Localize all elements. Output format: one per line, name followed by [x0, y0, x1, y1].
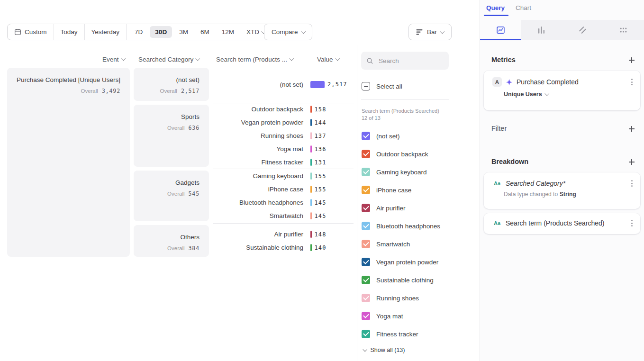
category-cell[interactable]: SportsOverall636 — [134, 105, 209, 167]
category-cell[interactable]: (not set)Overall2,517 — [134, 68, 209, 101]
compare-label: Compare — [272, 28, 298, 36]
breakdown-card[interactable]: Aa Search term (Products Searched) — [484, 213, 640, 234]
value-bar — [310, 159, 312, 166]
column-header-search-term[interactable]: Search term (Products ... — [216, 55, 293, 63]
legend-item[interactable]: iPhone case — [362, 181, 456, 199]
category-name: Others — [134, 233, 200, 242]
search-icon — [366, 57, 373, 64]
column-header-value[interactable]: Value — [317, 55, 339, 63]
term-label: Sustainable clothing — [213, 244, 303, 251]
term-row[interactable]: (not set)2,517 — [213, 78, 354, 91]
range-30d-button[interactable]: 30D — [150, 26, 172, 38]
legend-item[interactable]: Yoga mat — [362, 307, 456, 325]
legend-checkbox[interactable] — [362, 132, 370, 140]
legend-checkbox[interactable] — [362, 240, 370, 248]
term-row[interactable]: Running shoes137 — [213, 129, 354, 143]
term-value: 145 — [315, 199, 327, 206]
term-value: 148 — [315, 231, 327, 238]
tab-funnels[interactable] — [521, 20, 562, 40]
value-bar — [310, 199, 312, 206]
value-bar — [310, 119, 312, 126]
column-header-category[interactable]: Searched Category — [138, 55, 200, 63]
legend-item[interactable]: Bluetooth headphones — [362, 217, 456, 235]
kebab-menu-icon[interactable] — [629, 179, 635, 188]
legend-item[interactable]: Air purifier — [362, 199, 456, 217]
search-input[interactable] — [378, 57, 441, 65]
add-filter-button[interactable] — [628, 125, 635, 133]
term-row[interactable]: Smartwatch145 — [213, 209, 354, 223]
custom-date-button[interactable]: Custom — [8, 24, 54, 40]
show-all-button[interactable]: Show all (13) — [363, 347, 405, 353]
event-cell[interactable]: Purchase Completed [Unique Users] Overal… — [7, 68, 130, 257]
today-button[interactable]: Today — [54, 24, 84, 40]
column-header-event[interactable]: Event — [7, 55, 125, 63]
term-row[interactable]: iPhone case155 — [213, 183, 354, 196]
range-label: XTD — [246, 28, 259, 36]
range-12m-button[interactable]: 12M — [217, 26, 239, 38]
term-row[interactable]: Yoga mat136 — [213, 143, 354, 156]
legend-item[interactable]: Gaming keyboard — [362, 163, 456, 181]
metric-badge: A — [492, 77, 502, 87]
term-label: Bluetooth headphones — [213, 199, 303, 206]
string-type-icon: Aa — [492, 180, 502, 186]
yesterday-button[interactable]: Yesterday — [85, 24, 127, 40]
term-value: 144 — [315, 119, 327, 126]
tab-query[interactable]: Query — [486, 4, 505, 11]
measure-dropdown[interactable]: Unique Users — [504, 91, 548, 98]
calendar-icon — [14, 28, 21, 36]
kebab-menu-icon[interactable] — [629, 78, 635, 86]
range-7d-button[interactable]: 7D — [129, 26, 148, 38]
legend-checkbox[interactable] — [362, 222, 370, 230]
legend-item[interactable]: (not set) — [362, 127, 456, 145]
category-overall: Overall636 — [134, 123, 200, 132]
tab-chart[interactable]: Chart — [516, 4, 531, 11]
term-label: Vegan protein powder — [213, 119, 303, 126]
term-row[interactable]: Vegan protein powder144 — [213, 116, 354, 129]
legend-checkbox[interactable] — [362, 312, 370, 320]
legend-item[interactable]: Vegan protein powder — [362, 253, 456, 271]
legend-checkbox[interactable] — [362, 168, 370, 176]
term-row[interactable]: Bluetooth headphones145 — [213, 196, 354, 209]
kebab-menu-icon[interactable] — [629, 219, 635, 227]
add-breakdown-button[interactable] — [628, 158, 635, 166]
breakdown-card[interactable]: Aa Searched Category* Data type changed … — [484, 172, 640, 209]
chart-type-button[interactable]: Bar — [408, 24, 452, 40]
compare-button[interactable]: Compare — [264, 24, 312, 40]
legend-checkbox[interactable] — [362, 150, 370, 158]
term-row[interactable]: Gaming keyboard155 — [213, 170, 354, 183]
legend-checkbox[interactable] — [362, 294, 370, 302]
range-3m-button[interactable]: 3M — [174, 26, 193, 38]
value-bar — [310, 81, 325, 88]
breakdown-label: Search term (Products Searched) — [506, 219, 626, 227]
term-row[interactable]: Outdoor backpack158 — [213, 103, 354, 116]
category-overall: Overall384 — [134, 244, 200, 252]
add-metric-button[interactable] — [628, 56, 635, 64]
tab-flows[interactable] — [603, 20, 644, 40]
tab-retention[interactable] — [562, 20, 603, 40]
select-all-checkbox[interactable] — [362, 82, 370, 90]
legend-item[interactable]: Running shoes — [362, 289, 456, 307]
select-all[interactable]: Select all — [362, 82, 402, 90]
legend-checkbox[interactable] — [362, 330, 370, 338]
term-row[interactable]: Sustainable clothing140 — [213, 241, 354, 254]
tab-insights[interactable] — [480, 20, 521, 40]
metric-card[interactable]: A Purchase Completed Unique Users — [484, 71, 640, 110]
legend-checkbox[interactable] — [362, 186, 370, 194]
legend-item[interactable]: Smartwatch — [362, 235, 456, 253]
legend-item[interactable]: Sustainable clothing — [362, 271, 456, 289]
legend-checkbox[interactable] — [362, 258, 370, 266]
term-label: Outdoor backpack — [213, 106, 303, 113]
value-bar — [310, 172, 312, 180]
show-all-label: Show all (13) — [371, 347, 405, 353]
legend-item[interactable]: Outdoor backpack — [362, 145, 456, 163]
legend-checkbox[interactable] — [362, 204, 370, 212]
range-6m-button[interactable]: 6M — [195, 26, 215, 38]
category-cell[interactable]: OthersOverall384 — [134, 225, 209, 257]
legend-item[interactable]: Fitness tracker — [362, 325, 456, 343]
insights-icon — [496, 26, 505, 35]
legend-search[interactable] — [361, 52, 449, 70]
category-cell[interactable]: GadgetsOverall545 — [134, 171, 209, 221]
term-row[interactable]: Air purifier148 — [213, 228, 354, 241]
legend-checkbox[interactable] — [362, 276, 370, 284]
term-row[interactable]: Fitness tracker131 — [213, 156, 354, 169]
